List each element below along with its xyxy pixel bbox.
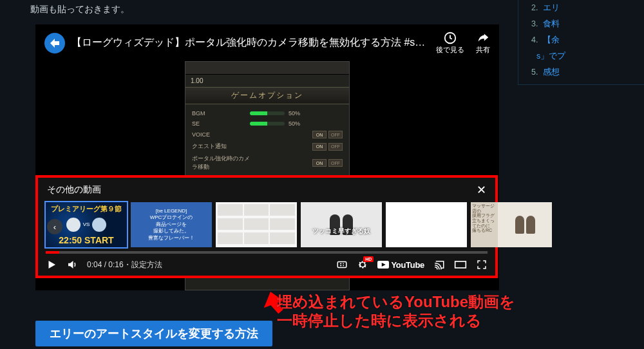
more-videos-overlay: その他の動画 ✕ ‹ プレミアリーグ第９節 VS 22:50 START [be… [35,175,498,278]
video-thumb[interactable] [386,202,467,247]
quest-on-toggle[interactable]: ON [312,143,327,151]
player-controls: 0:04 / 0:16・設定方法 HD YouTube [38,254,495,276]
portal-off-toggle[interactable]: OFF [328,159,343,167]
bgm-slider[interactable] [250,111,285,115]
youtube-logo[interactable]: YouTube [377,260,424,270]
video-topbar: 【ローグウィズデッド】ポータル強化時のカメラ移動を無効化する方法 #sho...… [35,24,499,61]
voice-off-toggle[interactable]: OFF [328,131,343,138]
quest-off-toggle[interactable]: OFF [328,143,343,151]
quest-row: クエスト通知 ON OFF [192,140,343,153]
video-title[interactable]: 【ローグウィズデッド】ポータル強化時のカメラ移動を無効化する方法 #sho... [71,36,430,50]
se-row: SE 50% [192,118,343,129]
theater-icon[interactable] [454,260,467,269]
video-thumb[interactable] [216,202,297,247]
svg-rect-3 [455,261,466,268]
video-thumb[interactable]: [be LEGEND] WPCプロテインの 商品ページを 撮影してみた。 豊富な… [131,202,212,247]
voice-on-toggle[interactable]: ON [312,131,327,138]
video-thumb[interactable]: ツッコミ早すぎる奴 [301,202,382,247]
close-icon[interactable]: ✕ [477,183,486,197]
prev-button[interactable]: ‹ [47,219,62,234]
portal-on-toggle[interactable]: ON [312,159,327,167]
thumbnails-row: ‹ プレミアリーグ第９節 VS 22:50 START [be LEGEND] … [38,202,495,250]
section-heading-button[interactable]: エリーのアートスタイルを変更する方法 [35,321,272,346]
annotation-text: 埋め込まれているYouTube動画を 一時停止した時に表示される [277,292,515,330]
share-button[interactable]: 共有 [476,31,490,55]
bgm-row: BGM 50% [192,108,343,118]
progress-bar[interactable] [46,251,488,254]
volume-icon[interactable] [66,259,78,270]
play-icon[interactable] [46,259,57,270]
captions-icon[interactable] [336,259,348,270]
intro-text: 動画も貼っておきます。 [30,4,641,15]
cast-icon[interactable] [433,259,445,270]
more-videos-title: その他の動画 [47,184,101,196]
portal-row: ポータル強化時のカメラ移動 ON OFF [192,153,343,173]
settings-icon[interactable]: HD [357,259,368,270]
fullscreen-icon[interactable] [476,259,488,270]
time-display: 0:04 / 0:16・設定方法 [87,259,162,270]
channel-icon[interactable] [44,33,65,53]
se-slider[interactable] [250,122,285,126]
voice-row: VOICE ON OFF [192,129,343,140]
game-options-title: ゲームオプション [185,87,349,104]
video-thumb[interactable]: マッサージ店の 採用フラグ 立ちまくってたのに 落ちるRC [471,202,552,247]
svg-rect-1 [338,262,347,268]
watch-later-button[interactable]: 後で見る [436,31,464,55]
